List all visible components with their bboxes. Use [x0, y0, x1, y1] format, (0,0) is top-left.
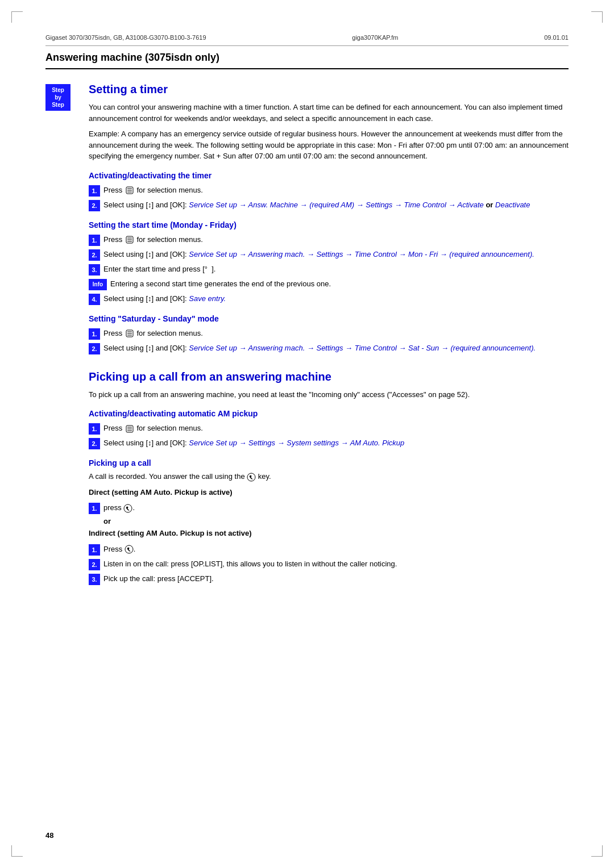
call-key-icon — [247, 473, 256, 482]
sub2-step3-row: 3. Enter the start time and press [° ]. — [89, 264, 569, 276]
picking-steps: Direct (setting AM Auto. Pickup is activ… — [89, 487, 569, 585]
auto-step-num-1: 1. — [89, 423, 100, 435]
indirect-step-num-3: 3. — [89, 574, 100, 585]
menu-icon4 — [126, 425, 134, 433]
sub2-step2-row: 2. Select using [↕] and [OK]: Service Se… — [89, 249, 569, 261]
sub2-step2-text: Select using [↕] and [OK]: Service Set u… — [103, 249, 569, 260]
indirect-label: Indirect (setting AM Auto. Pickup is not… — [89, 528, 569, 539]
indirect-step-num-1: 1. — [89, 544, 100, 556]
section2-intro: To pick up a call from an answering mach… — [89, 389, 569, 400]
svg-point-18 — [125, 545, 133, 553]
direct-step1-text: press . — [103, 502, 569, 514]
indirect-step1-text: Press . — [103, 544, 569, 555]
indirect-step2-row: 2. Listen in on the call: press [OP.LIST… — [89, 558, 569, 570]
direct-label: Direct (setting AM Auto. Pickup is activ… — [89, 487, 569, 498]
sub2-step3-text: Enter the start time and press [° ]. — [103, 264, 569, 275]
sub2-steps: 1. Press for selection menus. 2. Select … — [89, 234, 569, 305]
sub2-step-num-1: 1. — [89, 235, 100, 246]
picking-call-intro: A call is recorded. You answer the call … — [89, 471, 569, 482]
sub3-step-num-1: 1. — [89, 328, 100, 340]
meta-line: Gigaset 3070/3075isdn, GB, A31008-G3070-… — [45, 34, 569, 43]
meta-left: Gigaset 3070/3075isdn, GB, A31008-G3070-… — [45, 34, 206, 41]
call-icon-indirect — [125, 545, 134, 554]
menu-icon2 — [126, 236, 134, 244]
meta-center: giga3070KAP.fm — [352, 34, 398, 41]
corner-mark-tr — [602, 11, 603, 23]
corner-mark-bl — [11, 845, 12, 857]
sub3-step-num-2: 2. — [89, 343, 100, 354]
menu-icon — [126, 186, 134, 194]
info-badge: Info — [89, 279, 107, 290]
section-content: Setting a timer You can control your ans… — [89, 83, 569, 588]
sub-picking-call-title: Picking up a call — [89, 458, 569, 468]
sub2-step1-row: 1. Press for selection menus. — [89, 234, 569, 246]
or-label: or — [103, 517, 569, 525]
sub1-step2-row: 2. Select using [↕] and [OK]: Service Se… — [89, 199, 569, 211]
meta-separator — [45, 45, 569, 46]
section-main: Step by Step Setting a timer You can con… — [45, 83, 569, 588]
sub3-steps: 1. Press for selection menus. 2. Select … — [89, 328, 569, 354]
page: Gigaset 3070/3075isdn, GB, A31008-G3070-… — [0, 0, 614, 868]
sub2-step1-text: Press for selection menus. — [103, 234, 569, 245]
indirect-step2-text: Listen in on the call: press [OP.LIST], … — [103, 558, 569, 570]
corner-mark-br — [602, 845, 603, 857]
sub2-info-text: Entering a second start time generates t… — [110, 278, 569, 290]
sub3-step2-row: 2. Select using [↕] and [OK]: Service Se… — [89, 343, 569, 354]
auto-step1-text: Press for selection menus. — [103, 423, 569, 434]
sub-auto-pickup: Activating/deactivating automatic AM pic… — [89, 409, 569, 449]
sub1-title: Activating/deactivating the timer — [89, 171, 569, 180]
sub1-step1-text: Press for selection menus. — [103, 185, 569, 196]
section-picking-up-call: Picking up a call from an answering mach… — [89, 370, 569, 585]
auto-pickup-step2-row: 2. Select using [↕] and [OK]: Service Se… — [89, 437, 569, 449]
section1-intro2: Example: A company has an emergency serv… — [89, 128, 569, 162]
auto-pickup-step1-row: 1. Press for selection menus. — [89, 423, 569, 435]
sub1-step2-text: Select using [↕] and [OK]: Service Set u… — [103, 199, 569, 211]
auto-step2-text: Select using [↕] and [OK]: Service Set u… — [103, 437, 569, 449]
chapter-heading: Answering machine (3075isdn only) — [45, 52, 569, 69]
section2-title: Picking up a call from an answering mach… — [89, 370, 569, 383]
section1-intro1: You can control your answering machine w… — [89, 102, 569, 124]
direct-step1-row: 1. press . — [89, 502, 569, 514]
sub1-step1-row: 1. Press for selection menus. — [89, 185, 569, 197]
menu-icon3 — [126, 329, 134, 337]
section-setting-timer: Setting a timer You can control your ans… — [89, 83, 569, 354]
sub3-title: Setting "Saturday - Sunday" mode — [89, 314, 569, 323]
svg-point-16 — [247, 473, 255, 481]
sub1-steps: 1. Press for selection menus. 2. Select … — [89, 185, 569, 211]
sub-auto-pickup-title: Activating/deactivating automatic AM pic… — [89, 409, 569, 418]
page-number: 48 — [45, 831, 53, 840]
indirect-step3-row: 3. Pick up the call: press [ACCEPT]. — [89, 573, 569, 585]
sub2-step4-text: Select using [↕] and [OK]: Save entry. — [103, 293, 569, 304]
auto-step-num-2: 2. — [89, 438, 100, 449]
meta-right: 09.01.01 — [544, 34, 569, 41]
sub2-step4-row: 4. Select using [↕] and [OK]: Save entry… — [89, 293, 569, 305]
step-badge-box: Step by Step — [45, 84, 70, 111]
sub3-step1-text: Press for selection menus. — [103, 328, 569, 339]
sub3-step2-text: Select using [↕] and [OK]: Service Set u… — [103, 343, 569, 354]
sub2-step-num-4: 4. — [89, 294, 100, 305]
sub3-sat-sun: Setting "Saturday - Sunday" mode 1. Pres… — [89, 314, 569, 354]
indirect-step1-row: 1. Press . — [89, 544, 569, 556]
indirect-step-num-2: 2. — [89, 559, 100, 570]
direct-step-num-1: 1. — [89, 503, 100, 514]
corner-mark-tl — [11, 11, 12, 23]
sub2-info-row: Info Entering a second start time genera… — [89, 278, 569, 290]
sub3-step1-row: 1. Press for selection menus. — [89, 328, 569, 340]
indirect-step3-text: Pick up the call: press [ACCEPT]. — [103, 573, 569, 585]
sub2-start-time: Setting the start time (Monday - Friday)… — [89, 220, 569, 305]
sub2-step-num-3: 3. — [89, 264, 100, 276]
sub-picking-call: Picking up a call A call is recorded. Yo… — [89, 458, 569, 585]
svg-point-17 — [124, 504, 132, 512]
call-icon-direct — [123, 504, 132, 513]
sub-auto-pickup-steps: 1. Press for selection menus. 2. Select … — [89, 423, 569, 449]
step-num-2: 2. — [89, 200, 100, 211]
step-badge: Step by Step — [45, 83, 80, 588]
sub2-step-num-2: 2. — [89, 249, 100, 261]
sub1-activating-timer: Activating/deactivating the timer 1. Pre… — [89, 171, 569, 211]
section1-title: Setting a timer — [89, 83, 569, 96]
sub2-title: Setting the start time (Monday - Friday) — [89, 220, 569, 229]
step-num-1: 1. — [89, 185, 100, 197]
